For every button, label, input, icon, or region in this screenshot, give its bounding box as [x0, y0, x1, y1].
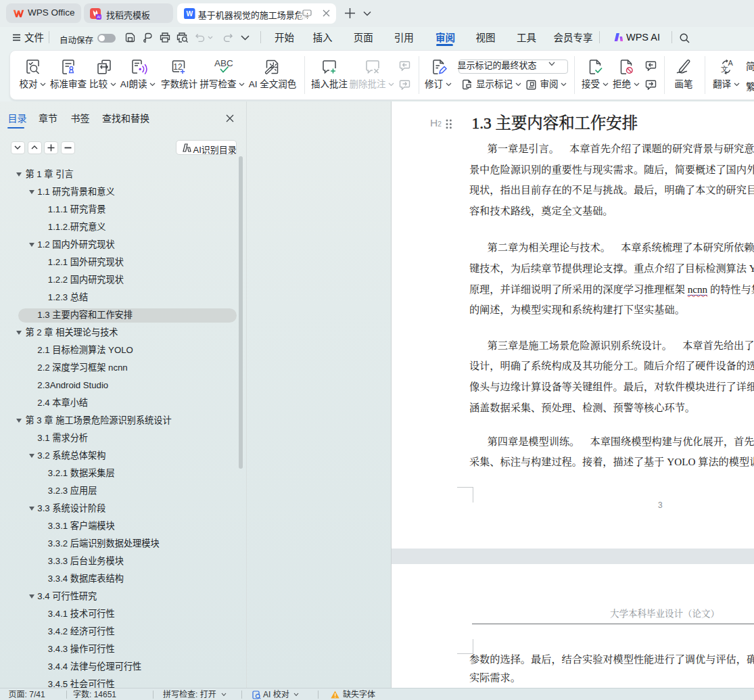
svg-text:ABC: ABC [214, 58, 233, 68]
svg-text:AI: AI [97, 15, 101, 19]
svg-text:A: A [728, 59, 734, 67]
svg-text:W: W [186, 10, 193, 18]
svg-text:文: 文 [721, 65, 728, 73]
svg-text:12: 12 [173, 62, 183, 72]
